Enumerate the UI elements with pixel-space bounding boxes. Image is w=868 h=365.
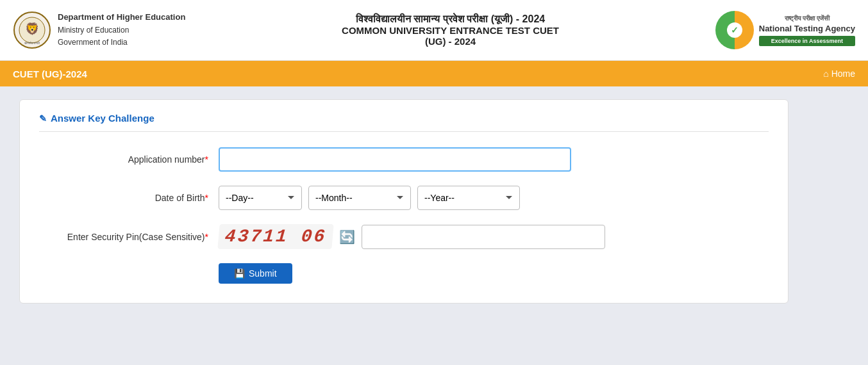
application-number-row: Application number* [39, 147, 769, 172]
month-select[interactable]: --Month--JanuaryFebruaryMarchAprilMayJun… [308, 186, 411, 210]
dob-controls: --Day--123456789101112131415161718192021… [219, 186, 769, 210]
home-icon: ⌂ [823, 69, 828, 79]
captcha-image: 43711 06 [217, 224, 334, 249]
form-card: Answer Key Challenge Application number*… [19, 99, 789, 304]
home-label: Home [831, 69, 855, 79]
security-pin-label: Enter Security Pin(Case Sensitive)* [39, 232, 219, 242]
site-header: 🦁 सत्यमेव जयते Department of Higher Educ… [0, 0, 868, 61]
dob-label: Date of Birth* [39, 193, 219, 203]
refresh-captcha-icon[interactable]: 🔄 [339, 229, 355, 245]
navbar-brand: CUET (UG)-2024 [13, 69, 87, 79]
navbar: CUET (UG)-2024 ⌂ Home [0, 61, 868, 86]
home-link[interactable]: ⌂ Home [823, 69, 855, 79]
required-marker-dob: * [205, 193, 208, 203]
dept-info: Department of Higher Education Ministry … [58, 11, 185, 49]
header-left: 🦁 सत्यमेव जयते Department of Higher Educ… [13, 11, 185, 49]
card-title-text: Answer Key Challenge [51, 113, 154, 124]
submit-button[interactable]: Submit [219, 263, 292, 284]
main-content: Answer Key Challenge Application number*… [0, 86, 868, 316]
nta-badge: Excellence in Assessment [759, 36, 855, 47]
captcha-input[interactable] [362, 225, 605, 249]
app-number-label: Application number* [39, 154, 219, 165]
header-center: विश्वविद्यालयीन सामान्य प्रवेश परीक्षा (… [185, 13, 715, 47]
dept-sub1: Ministry of Education [58, 24, 185, 36]
required-marker-pin: * [205, 232, 208, 242]
day-select[interactable]: --Day--123456789101112131415161718192021… [219, 186, 302, 210]
govt-emblem: 🦁 सत्यमेव जयते [13, 11, 51, 49]
security-pin-controls: 43711 06 🔄 [219, 224, 769, 249]
eng-title-line2: (UG) - 2024 [185, 36, 715, 47]
svg-text:🦁: 🦁 [25, 22, 40, 36]
dob-row: Date of Birth* --Day--123456789101112131… [39, 186, 769, 210]
svg-text:सत्यमेव जयते: सत्यमेव जयते [24, 41, 40, 45]
card-header: Answer Key Challenge [39, 113, 769, 132]
header-right: ✓ राष्ट्रीय परीक्षा एजेंसी National Test… [715, 11, 855, 49]
application-number-input[interactable] [219, 147, 571, 172]
nta-hindi: राष्ट्रीय परीक्षा एजेंसी [759, 14, 855, 23]
submit-row: Submit [39, 263, 769, 284]
required-marker: * [205, 154, 208, 165]
card-title: Answer Key Challenge [39, 113, 769, 124]
dept-sub2: Government of India [58, 36, 185, 49]
hindi-title: विश्वविद्यालयीन सामान्य प्रवेश परीक्षा (… [185, 13, 715, 25]
nta-logo-circle: ✓ [715, 11, 754, 49]
year-select[interactable]: --Year--20062005200420032002200120001999… [417, 186, 520, 210]
nta-text-block: राष्ट्रीय परीक्षा एजेंसी National Testin… [759, 14, 855, 47]
dept-title: Department of Higher Education [58, 11, 185, 24]
eng-title-line1: COMMON UNIVERSITY ENTRANCE TEST CUET [185, 25, 715, 36]
security-pin-row: Enter Security Pin(Case Sensitive)* 4371… [39, 224, 769, 249]
app-number-controls [219, 147, 769, 172]
submit-label: Submit [249, 268, 277, 279]
nta-eng: National Testing Agency [759, 23, 855, 35]
